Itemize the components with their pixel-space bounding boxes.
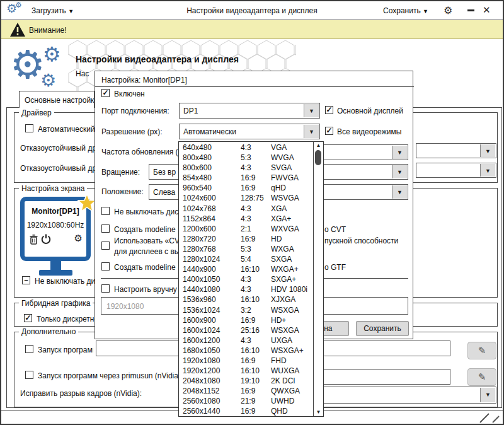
chevron-down-icon[interactable] [392, 165, 407, 178]
resolution-option[interactable]: 1280x7685:3WXGA [179, 244, 313, 254]
chevron-down-icon[interactable] [392, 146, 407, 159]
resolution-option-res: 1280x720 [183, 234, 241, 244]
failsafe-driver-combo-1[interactable] [416, 143, 496, 158]
scroll-up-icon[interactable]: ▲ [314, 142, 323, 149]
resize-grip[interactable] [479, 412, 500, 424]
resolution-option-name: UWHD [271, 396, 313, 406]
resolution-option[interactable]: 2560x144016:9QHD [179, 406, 313, 416]
resolution-option[interactable]: 1680x105016:10WSXGA+ [179, 346, 313, 356]
page-subtitle-fragment: Нас [76, 69, 89, 78]
failsafe-driver-label-2: Отказоустойчивый др [20, 164, 94, 173]
auto-driver-checkbox[interactable] [25, 124, 33, 132]
pencil-icon: ✎ [478, 371, 486, 382]
edit-pencil-button-2[interactable]: ✎ [467, 368, 496, 386]
chevron-down-icon[interactable] [480, 144, 495, 157]
resolution-option[interactable]: 2048x108019:102K DCI [179, 376, 313, 386]
dialog-save-button[interactable]: Сохранить [356, 321, 409, 336]
resolution-value: Автоматически [183, 127, 236, 136]
resolution-option-name: HD [271, 234, 313, 244]
discrete-only-checkbox[interactable] [24, 314, 32, 322]
power-icon[interactable] [41, 234, 51, 245]
scroll-down-icon[interactable]: ▼ [314, 409, 323, 416]
resolution-option[interactable]: 1600x12004:3UXGA [179, 335, 313, 346]
resolution-dropdown-list: 640x4804:3VGA800x4805:3WVGA800x6004:3SVG… [178, 141, 324, 417]
resolution-option-ratio: 4:3 [241, 163, 271, 173]
resolution-option[interactable]: 960x54016:9qHD [179, 183, 313, 193]
group-extra-title: Дополнительно [19, 327, 78, 336]
resolution-option-ratio: 2:1 [241, 224, 271, 234]
resolution-option[interactable]: 854x48016:9FWVGA [179, 173, 313, 183]
resolution-option-ratio: 16:9 [241, 356, 271, 366]
resolution-option[interactable]: 1152x8644:3XGA+ [179, 214, 313, 224]
resolution-combo[interactable]: Автоматически [179, 124, 320, 139]
resolution-option[interactable]: 1024x7684:3XGA [179, 204, 313, 214]
resolution-option-name: UXGA [271, 335, 313, 346]
manual-checkbox[interactable] [101, 284, 110, 293]
modeline-cvt-label-left: Создать modeline [114, 225, 176, 234]
resolution-option-res: 1920x1080 [183, 356, 241, 366]
chevron-down-icon[interactable] [392, 185, 407, 199]
resolution-option[interactable]: 1280x10245:4SXGA [179, 254, 313, 264]
resolution-option[interactable]: 1920x120016:10WUXGA [179, 366, 313, 376]
resolution-option[interactable]: 1440x10804:3HDV 1080i [179, 284, 313, 294]
all-modes-checkbox[interactable] [325, 127, 333, 135]
resolution-option-name: WUXGA [271, 366, 313, 376]
resolution-option[interactable]: 1600x90016:9HD+ [179, 315, 313, 325]
chevron-down-icon[interactable] [304, 104, 319, 117]
resolution-option-ratio: 4:3 [241, 335, 271, 346]
resolution-option[interactable]: 640x4804:3VGA [179, 143, 313, 153]
keep-on-label: Не выключать ди [35, 277, 94, 286]
resolution-option[interactable]: 1536x10243:2WSXGA [179, 305, 313, 315]
port-combo[interactable]: DP1 [179, 103, 320, 119]
run-programs-2-label: Запуск программ через primusun (nVidia) [38, 371, 181, 380]
warning-bar: Внимание! [1, 20, 503, 39]
settings-gear-icon[interactable]: ⚙ [444, 4, 452, 16]
modeline-gtf-label-right: о GTF [324, 263, 346, 272]
port-value: DP1 [183, 107, 198, 115]
monitor-gear-icon[interactable]: ⚙ [74, 233, 83, 244]
modeline-cvt-checkbox[interactable] [101, 224, 110, 233]
enabled-checkbox[interactable] [101, 89, 110, 97]
resolution-option[interactable]: 1024x600128:75WSVGA [179, 193, 313, 203]
failsafe-driver-combo-2[interactable] [416, 163, 496, 178]
keep-display-checkbox[interactable] [101, 207, 110, 215]
resolution-option[interactable]: 1536x96016:10XJXGA [179, 294, 313, 305]
resolution-option-res: 854x480 [183, 173, 241, 183]
keep-on-checkbox[interactable] [22, 276, 30, 284]
resolution-option[interactable]: 1400x10504:3SXGA+ [179, 274, 313, 284]
scrollbar-thumb[interactable] [315, 150, 321, 165]
scrollbar[interactable]: ▲ ▼ [313, 142, 323, 416]
group-hybrid-title: Гибридная графика [19, 299, 93, 308]
chevron-down-icon[interactable] [304, 125, 319, 138]
chevron-down-icon[interactable] [480, 388, 495, 402]
edit-pencil-button-1[interactable]: ✎ [467, 342, 496, 359]
use-cvt-checkbox[interactable] [101, 242, 110, 250]
resolution-option-name: SVGA [271, 163, 313, 173]
trash-icon[interactable] [30, 235, 38, 245]
run-programs-2-checkbox[interactable] [25, 371, 33, 379]
resolution-option[interactable]: 1200x6002:1WXVGA [179, 224, 313, 234]
use-cvt-label-line2-left: для дисплеев с вы [114, 247, 180, 256]
resolution-option-name: HDV 1080i [271, 284, 313, 294]
close-button[interactable]: ✕ [483, 4, 491, 16]
modeline-gtf-checkbox[interactable] [101, 262, 110, 271]
resolution-option-ratio: 16:9 [241, 315, 271, 325]
primary-display-checkbox[interactable] [325, 106, 333, 114]
resolution-option[interactable]: 800x4805:3WVGA [179, 153, 313, 163]
resolution-option[interactable]: 1920x108016:9FHD [179, 356, 313, 366]
chevron-down-icon[interactable] [480, 164, 495, 177]
resolution-option-ratio: 16:10 [241, 346, 271, 356]
resolution-option[interactable]: 1280x72016:9HD [179, 234, 313, 244]
minimize-button[interactable] [467, 9, 474, 11]
resolution-option-name: WXGA+ [271, 264, 313, 274]
resolution-option[interactable]: 2048x115216:9QWXGA [179, 386, 313, 396]
resolution-option[interactable]: 2560x108021:9UWHD [179, 396, 313, 406]
resolution-option[interactable]: 1440x90016:10WXGA+ [179, 264, 313, 274]
run-programs-1-checkbox[interactable] [25, 345, 33, 353]
save-menu-button[interactable]: Сохранить ▼ [383, 6, 428, 15]
resolution-option-ratio: 4:3 [241, 204, 271, 214]
resolution-option[interactable]: 800x6004:3SVGA [179, 163, 313, 173]
resolution-option-res: 1536x1024 [183, 305, 241, 315]
tab-main-settings[interactable]: Основные настройки [19, 91, 94, 108]
resolution-option[interactable]: 1600x102425:16WSXGA [179, 325, 313, 335]
